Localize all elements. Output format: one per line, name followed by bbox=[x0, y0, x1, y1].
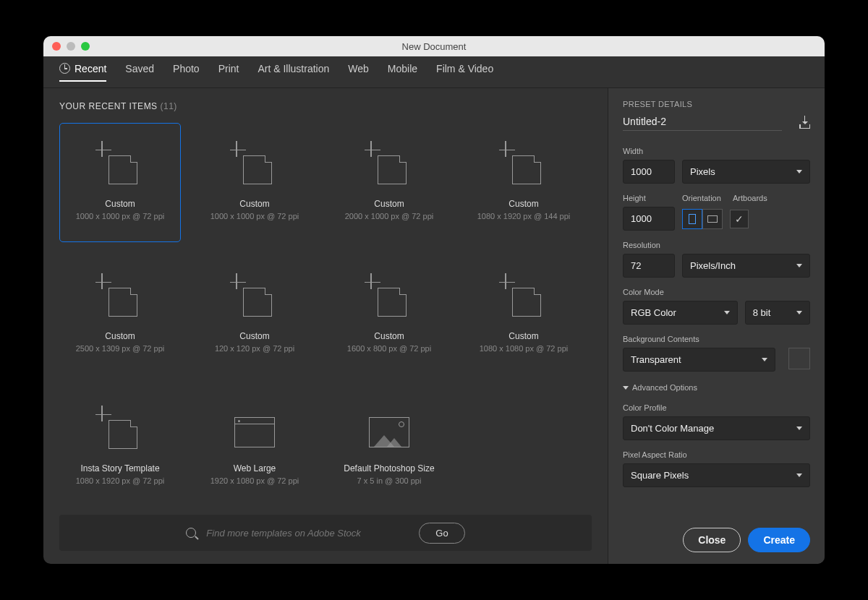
preset-card-dimensions: 2500 x 1309 px @ 72 ppi bbox=[76, 344, 164, 353]
preset-card[interactable]: Default Photoshop Size7 x 5 in @ 300 ppi bbox=[328, 387, 450, 505]
preset-card-dimensions: 1000 x 1000 px @ 72 ppi bbox=[210, 212, 299, 220]
background-color-swatch[interactable] bbox=[788, 348, 810, 369]
chevron-down-icon bbox=[724, 311, 730, 314]
tab-recent[interactable]: Recent bbox=[59, 63, 106, 82]
preset-card-dimensions: 1600 x 800 px @ 72 ppi bbox=[347, 344, 431, 353]
save-preset-icon[interactable] bbox=[799, 119, 810, 129]
preset-card-title: Custom bbox=[105, 199, 135, 209]
pixel-aspect-select[interactable]: Square Pixels bbox=[623, 463, 810, 487]
chevron-down-icon bbox=[623, 386, 629, 390]
orientation-label: Orientation bbox=[682, 194, 726, 202]
clock-icon bbox=[59, 63, 70, 74]
chevron-down-icon bbox=[796, 427, 802, 430]
width-unit-select[interactable]: Pixels bbox=[682, 160, 810, 184]
create-button[interactable]: Create bbox=[748, 528, 810, 552]
tab-art-illustration[interactable]: Art & Illustration bbox=[258, 63, 329, 82]
preset-card-dimensions: 7 x 5 in @ 300 ppi bbox=[357, 476, 422, 485]
new-document-window: New Document RecentSavedPhotoPrintArt & … bbox=[43, 36, 825, 564]
search-icon bbox=[186, 528, 196, 538]
chevron-down-icon bbox=[796, 311, 802, 314]
pixel-aspect-label: Pixel Aspect Ratio bbox=[623, 450, 810, 459]
preset-card[interactable]: Custom2000 x 1000 px @ 72 ppi bbox=[328, 123, 450, 242]
preset-name-input[interactable] bbox=[623, 116, 782, 131]
preset-card-dimensions: 1080 x 1080 px @ 72 ppi bbox=[480, 344, 568, 353]
recent-header: YOUR RECENT ITEMS (11) bbox=[59, 101, 592, 111]
preset-card-dimensions: 2000 x 1000 px @ 72 ppi bbox=[345, 212, 433, 220]
color-mode-label: Color Mode bbox=[623, 288, 810, 296]
orientation-portrait-button[interactable] bbox=[682, 209, 702, 229]
preset-details-header: PRESET DETAILS bbox=[623, 100, 810, 108]
preset-card-title: Custom bbox=[239, 331, 269, 341]
tab-mobile[interactable]: Mobile bbox=[388, 63, 417, 82]
chevron-down-icon bbox=[796, 473, 802, 477]
preset-card-title: Custom bbox=[509, 331, 538, 341]
window-title: New Document bbox=[43, 41, 825, 52]
chevron-down-icon bbox=[796, 264, 802, 267]
preset-card-title: Custom bbox=[374, 199, 404, 209]
height-input[interactable] bbox=[623, 207, 675, 231]
preset-grid: Custom1000 x 1000 px @ 72 ppiCustom1000 … bbox=[59, 123, 592, 505]
preset-card[interactable]: Custom1600 x 800 px @ 72 ppi bbox=[328, 255, 450, 374]
stock-search-input[interactable] bbox=[206, 528, 409, 539]
preset-card-dimensions: 1080 x 1920 px @ 72 ppi bbox=[76, 476, 164, 485]
stock-search-bar: Go bbox=[59, 515, 592, 551]
preset-card-dimensions: 1920 x 1080 px @ 72 ppi bbox=[210, 476, 299, 485]
tab-saved[interactable]: Saved bbox=[125, 63, 154, 82]
titlebar: New Document bbox=[43, 36, 825, 56]
preset-card-dimensions: 1000 x 1000 px @ 72 ppi bbox=[76, 212, 164, 220]
preset-gallery: YOUR RECENT ITEMS (11) Custom1000 x 1000… bbox=[43, 88, 608, 564]
preset-card-dimensions: 120 x 120 px @ 72 ppi bbox=[215, 344, 294, 353]
orientation-landscape-button[interactable] bbox=[702, 209, 723, 229]
tab-film-video[interactable]: Film & Video bbox=[436, 63, 493, 82]
width-input[interactable] bbox=[623, 160, 675, 184]
category-tabs: RecentSavedPhotoPrintArt & IllustrationW… bbox=[43, 56, 825, 88]
bit-depth-select[interactable]: 8 bit bbox=[745, 301, 810, 325]
preset-card[interactable]: Web Large1920 x 1080 px @ 72 ppi bbox=[194, 387, 315, 505]
preset-card[interactable]: Custom1000 x 1000 px @ 72 ppi bbox=[194, 123, 315, 242]
artboards-checkbox[interactable]: ✓ bbox=[730, 210, 749, 228]
preset-details-panel: PRESET DETAILS Width Pixels Height Orien… bbox=[608, 88, 825, 564]
resolution-input[interactable] bbox=[623, 254, 675, 278]
height-label: Height bbox=[623, 194, 675, 202]
resolution-unit-select[interactable]: Pixels/Inch bbox=[682, 254, 810, 278]
resolution-label: Resolution bbox=[623, 241, 810, 249]
tab-photo[interactable]: Photo bbox=[173, 63, 200, 82]
preset-card-title: Custom bbox=[374, 331, 404, 341]
preset-card-title: Default Photoshop Size bbox=[344, 463, 434, 473]
color-profile-select[interactable]: Don't Color Manage bbox=[623, 416, 810, 440]
close-button[interactable]: Close bbox=[683, 528, 741, 552]
color-profile-label: Color Profile bbox=[623, 403, 810, 412]
preset-card[interactable]: Custom1000 x 1000 px @ 72 ppi bbox=[59, 123, 181, 242]
preset-card[interactable]: Custom2500 x 1309 px @ 72 ppi bbox=[59, 255, 181, 374]
advanced-options-toggle[interactable]: Advanced Options bbox=[623, 383, 810, 392]
chevron-down-icon bbox=[796, 170, 802, 173]
background-label: Background Contents bbox=[623, 335, 810, 343]
preset-card-title: Custom bbox=[509, 199, 538, 209]
artboards-label: Artboards bbox=[733, 194, 767, 202]
preset-card-title: Custom bbox=[239, 199, 269, 209]
chevron-down-icon bbox=[762, 358, 767, 361]
preset-card-title: Insta Story Template bbox=[80, 463, 159, 473]
preset-card[interactable]: Custom1080 x 1920 px @ 144 ppi bbox=[463, 123, 584, 242]
preset-card[interactable]: Custom120 x 120 px @ 72 ppi bbox=[194, 255, 315, 374]
background-select[interactable]: Transparent bbox=[623, 348, 775, 372]
preset-card-title: Web Large bbox=[234, 463, 276, 473]
preset-card-dimensions: 1080 x 1920 px @ 144 ppi bbox=[477, 212, 571, 220]
stock-go-button[interactable]: Go bbox=[419, 523, 464, 544]
preset-card[interactable]: Custom1080 x 1080 px @ 72 ppi bbox=[463, 255, 584, 374]
preset-card-title: Custom bbox=[105, 331, 135, 341]
tab-web[interactable]: Web bbox=[348, 63, 369, 82]
preset-card[interactable]: Insta Story Template1080 x 1920 px @ 72 … bbox=[59, 387, 181, 505]
width-label: Width bbox=[623, 147, 810, 155]
color-mode-select[interactable]: RGB Color bbox=[623, 301, 738, 325]
tab-print[interactable]: Print bbox=[218, 63, 239, 82]
